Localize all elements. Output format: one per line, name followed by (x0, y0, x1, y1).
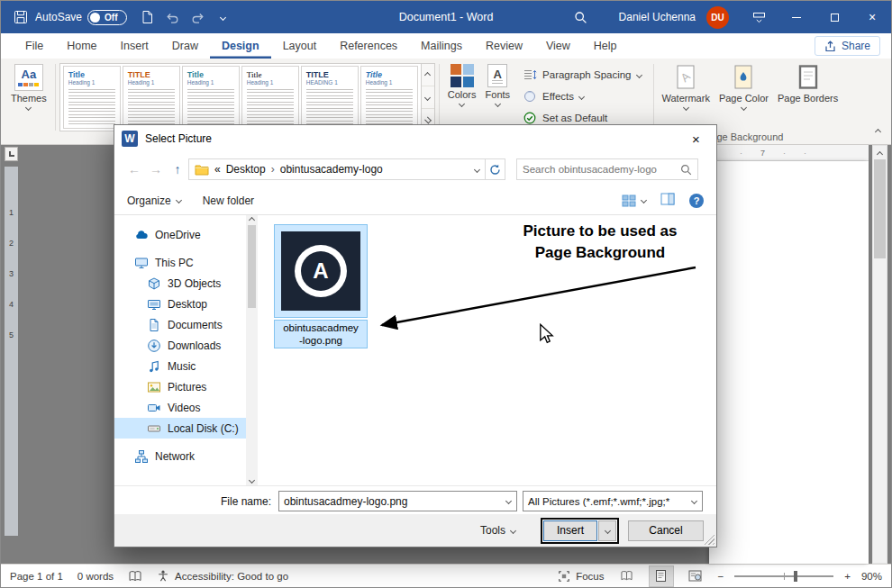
sidebar-item-downloads[interactable]: Downloads (114, 335, 246, 356)
undo-icon[interactable] (159, 5, 185, 30)
quick-access-chevron-icon[interactable] (210, 5, 235, 30)
tab-layout[interactable]: Layout (271, 33, 329, 59)
user-name[interactable]: Daniel Uchenna (619, 11, 696, 23)
up-icon[interactable]: ↑ (167, 158, 188, 180)
preview-pane-button[interactable] (660, 193, 675, 208)
insert-dropdown-icon[interactable] (598, 520, 616, 541)
theme-thumbnail[interactable]: TITLE Heading 1 (123, 66, 180, 129)
tab-help[interactable]: Help (582, 33, 629, 59)
colors-button[interactable]: Colors (443, 61, 481, 109)
accessibility-status[interactable]: Accessibility: Good to go (157, 569, 288, 583)
tab-references[interactable]: References (328, 33, 409, 59)
scrollbar-thumb[interactable] (874, 159, 886, 258)
sidebar-item-network[interactable]: Network (114, 446, 246, 466)
tools-button[interactable]: Tools (480, 524, 515, 537)
tab-review[interactable]: Review (474, 33, 534, 59)
sidebar-item-desktop[interactable]: Desktop (114, 294, 246, 314)
file-name-label[interactable]: obintusacadmey -logo.png (274, 320, 368, 348)
sidebar-item-3d-objects[interactable]: 3D Objects (114, 273, 246, 294)
avatar[interactable]: DU (706, 6, 729, 29)
tab-mailings[interactable]: Mailings (409, 33, 474, 59)
gallery-scroll-down-icon[interactable] (422, 86, 434, 109)
zoom-slider[interactable] (734, 575, 833, 577)
breadcrumb-collapsed[interactable]: « (214, 163, 221, 176)
theme-thumbnail[interactable]: Title Heading 1 (182, 66, 240, 129)
focus-button[interactable]: Focus (558, 570, 604, 583)
sidebar-item-onedrive[interactable]: OneDrive (114, 224, 246, 245)
new-folder-button[interactable]: New folder (203, 194, 254, 207)
zoom-slider-thumb[interactable] (794, 571, 797, 582)
sidebar-item-this-pc[interactable]: This PC (114, 252, 246, 273)
file-list-area[interactable]: A obintusacadmey -logo.png Picture to be… (258, 215, 716, 485)
forward-icon[interactable]: → (145, 158, 167, 180)
share-button[interactable]: Share (815, 36, 880, 56)
vertical-ruler[interactable]: 1 2 3 4 5 (5, 167, 18, 536)
watermark-button[interactable]: A Watermark (658, 61, 715, 113)
horizontal-ruler[interactable]: · 7 · · (709, 145, 869, 161)
dialog-close-button[interactable]: × (676, 125, 716, 152)
refresh-icon[interactable] (486, 158, 505, 180)
effects-button[interactable]: Effects (520, 87, 643, 105)
sidebar-item-music[interactable]: Music (114, 356, 246, 376)
tab-home[interactable]: Home (55, 33, 108, 59)
zoom-out-button[interactable]: − (718, 571, 724, 582)
read-mode-button[interactable] (615, 566, 639, 586)
collapse-ribbon-icon[interactable] (876, 124, 880, 137)
word-count[interactable]: 0 words (77, 571, 114, 582)
address-bar[interactable]: « Desktop › obintusacademy-logo (188, 158, 486, 180)
file-thumbnail[interactable]: A (274, 224, 368, 318)
zoom-percentage[interactable]: 90% (861, 571, 882, 582)
theme-thumbnail[interactable]: Title Heading 1 (63, 66, 121, 129)
scroll-up-icon[interactable] (877, 151, 883, 158)
paragraph-spacing-button[interactable]: Paragraph Spacing (520, 66, 643, 84)
tab-insert[interactable]: Insert (109, 33, 160, 59)
combo-dropdown-icon[interactable] (686, 492, 702, 511)
document-page[interactable] (709, 161, 869, 564)
save-icon[interactable] (8, 5, 33, 30)
vertical-scrollbar[interactable] (872, 145, 887, 564)
file-name-combo[interactable] (278, 491, 517, 511)
sidebar-item-videos[interactable]: Videos (114, 397, 246, 418)
resize-grip[interactable] (703, 533, 715, 545)
scroll-down-icon[interactable] (249, 477, 255, 484)
proofing-icon[interactable] (128, 570, 142, 583)
tab-design[interactable]: Design (210, 33, 271, 59)
breadcrumb-item-folder[interactable]: obintusacademy-logo (280, 163, 383, 176)
close-button[interactable]: × (853, 1, 891, 33)
redo-icon[interactable] (185, 5, 210, 30)
themes-button[interactable]: Aa Themes (6, 61, 51, 113)
file-name-input[interactable] (279, 495, 500, 508)
view-mode-button[interactable] (622, 194, 646, 207)
sidebar-item-documents[interactable]: Documents (114, 314, 246, 335)
search-box[interactable] (516, 158, 698, 180)
theme-thumbnail[interactable]: TITLE HEADING 1 (301, 66, 359, 129)
help-icon[interactable]: ? (689, 194, 704, 208)
back-icon[interactable]: ← (123, 158, 145, 180)
web-layout-button[interactable] (684, 566, 707, 586)
scroll-up-icon[interactable] (249, 217, 255, 223)
sidebar-scrollbar[interactable] (246, 215, 258, 485)
new-document-icon[interactable] (134, 5, 159, 30)
sidebar-item-pictures[interactable]: Pictures (114, 376, 246, 397)
gallery-scroll-up-icon[interactable] (422, 64, 434, 86)
tab-stop-selector[interactable] (5, 147, 18, 161)
address-dropdown-icon[interactable] (474, 166, 480, 172)
tab-file[interactable]: File (14, 33, 55, 59)
search-icon[interactable] (569, 5, 594, 30)
minimize-button[interactable] (778, 1, 815, 33)
theme-thumbnail[interactable]: Title Heading 1 (360, 66, 418, 129)
sidebar-item-local-disk-c[interactable]: Local Disk (C:) (114, 418, 246, 439)
insert-button[interactable]: Insert (543, 520, 597, 541)
autosave-toggle[interactable]: Off (87, 10, 127, 25)
tab-draw[interactable]: Draw (160, 33, 210, 59)
ribbon-display-options-icon[interactable] (740, 1, 778, 33)
page-color-button[interactable]: Page Color (715, 61, 773, 113)
combo-dropdown-icon[interactable] (500, 492, 516, 511)
zoom-in-button[interactable]: + (844, 571, 851, 582)
cancel-button[interactable]: Cancel (628, 520, 704, 541)
theme-thumbnail[interactable]: Title Heading 1 (241, 66, 299, 129)
maximize-button[interactable] (815, 1, 853, 33)
page-count[interactable]: Page 1 of 1 (10, 571, 63, 582)
page-borders-button[interactable]: Page Borders (773, 61, 842, 106)
file-item-logo[interactable]: A obintusacadmey -logo.png (274, 224, 368, 348)
